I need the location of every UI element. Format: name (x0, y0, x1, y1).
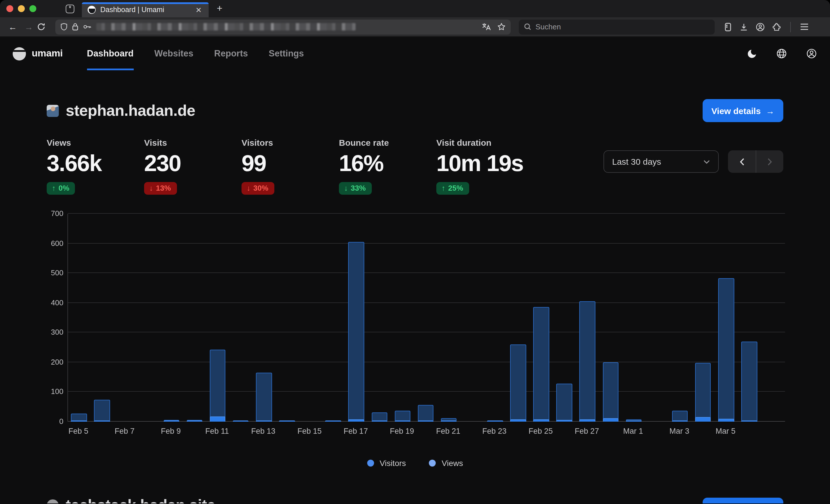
window-controls (6, 5, 36, 12)
y-tick-label: 700 (43, 209, 63, 218)
site-title[interactable]: techstack.hadan.site (66, 497, 215, 503)
visitors-bar (580, 419, 596, 422)
x-tick-label: Feb 23 (482, 427, 507, 435)
nav-settings[interactable]: Settings (268, 37, 304, 70)
arrow-up-icon: ↑ (52, 184, 56, 192)
minimize-window-button[interactable] (18, 5, 25, 12)
views-bar (695, 363, 711, 422)
x-tick-label: Mar 1 (623, 427, 643, 435)
visitors-bar (626, 421, 641, 422)
change-badge: ↓13% (144, 182, 177, 195)
date-pager (728, 150, 783, 173)
extensions-puzzle-icon[interactable] (772, 22, 781, 31)
dashboard-content: stephan.hadan.de View details → Views 3.… (0, 99, 830, 468)
bookmark-star-icon[interactable] (497, 23, 506, 31)
shield-icon[interactable] (60, 23, 68, 31)
browser-toolbar: ← → Suchen (0, 17, 830, 37)
visitors-bar (372, 421, 387, 422)
legend-visitors[interactable]: Visitors (367, 459, 406, 468)
download-icon[interactable] (739, 22, 748, 31)
view-details-button[interactable]: View details → (703, 498, 783, 503)
date-range-select[interactable]: Last 30 days (604, 150, 719, 173)
search-placeholder: Suchen (536, 23, 561, 31)
legend-dot-icon (367, 460, 374, 467)
close-window-button[interactable] (6, 5, 13, 12)
metric-visitors: Visitors 99 ↓30% (242, 138, 339, 195)
change-badge: ↓30% (242, 182, 274, 195)
lock-icon[interactable] (71, 23, 79, 31)
next-website-header: techstack.hadan.site (47, 497, 215, 503)
app-header: umami Dashboard Websites Reports Setting… (0, 37, 830, 70)
gridline (68, 362, 785, 362)
y-tick-label: 400 (43, 298, 63, 307)
visitors-bar (718, 419, 734, 422)
toolbar-separator (790, 22, 791, 32)
arrow-down-icon: ↓ (344, 184, 348, 192)
prev-period-button[interactable] (728, 150, 756, 173)
forward-button[interactable]: → (21, 22, 37, 32)
views-bar (672, 411, 688, 422)
visitors-bar (487, 421, 503, 422)
zoom-window-button[interactable] (29, 5, 36, 12)
x-tick-label: Feb 15 (297, 427, 322, 435)
x-tick-label: Feb 5 (68, 427, 88, 435)
x-tick-label: Feb 21 (436, 427, 460, 435)
visitors-bar (394, 421, 410, 422)
chart-legend: Visitors Views (47, 459, 783, 468)
account-icon[interactable] (756, 22, 765, 31)
arrow-down-icon: ↓ (149, 184, 153, 192)
back-button[interactable]: ← (5, 22, 21, 32)
y-tick-label: 100 (43, 388, 63, 396)
key-icon[interactable] (83, 23, 92, 31)
view-details-button[interactable]: View details → (703, 99, 783, 122)
nav-websites[interactable]: Websites (155, 37, 194, 70)
translate-icon[interactable] (481, 23, 491, 31)
change-badge: ↑0% (47, 182, 75, 195)
views-bar (394, 411, 410, 422)
visitors-bar (163, 421, 179, 422)
legend-views[interactable]: Views (429, 459, 463, 468)
reload-button[interactable] (37, 23, 52, 31)
gridline (68, 272, 785, 273)
metric-visits: Visits 230 ↓13% (144, 138, 242, 195)
theme-moon-icon[interactable] (746, 48, 757, 59)
x-tick-label: Feb 9 (161, 427, 181, 435)
menu-icon[interactable] (800, 23, 809, 31)
active-tab[interactable]: Dashboard | Umami ✕ (82, 2, 209, 17)
next-period-button[interactable] (756, 150, 783, 173)
visitors-bar (556, 420, 572, 422)
profile-icon[interactable] (806, 48, 817, 59)
visitors-bar (94, 421, 110, 422)
y-tick-label: 300 (43, 328, 63, 337)
traffic-chart: 0100200300400500600700 Feb 5Feb 7Feb 9Fe… (47, 214, 783, 468)
nav-reports[interactable]: Reports (214, 37, 248, 70)
site-title[interactable]: stephan.hadan.de (66, 102, 195, 120)
change-badge: ↓33% (339, 182, 372, 195)
website-header: stephan.hadan.de View details → (47, 99, 783, 122)
new-tab-button[interactable]: + (217, 3, 222, 14)
views-bar (348, 242, 364, 422)
firefox-view-icon[interactable] (65, 4, 75, 13)
site-favicon (47, 105, 59, 116)
visitors-bar (441, 421, 457, 422)
arrow-right-icon: → (766, 106, 775, 115)
visitors-bar (672, 421, 688, 422)
views-bar (256, 373, 272, 422)
views-bar (556, 383, 572, 422)
chart-x-axis: Feb 5Feb 7Feb 9Feb 11Feb 13Feb 15Feb 17F… (67, 427, 785, 438)
visitors-bar (256, 421, 272, 422)
nav-dashboard[interactable]: Dashboard (87, 37, 134, 70)
umami-app: umami Dashboard Websites Reports Setting… (0, 37, 830, 503)
url-bar[interactable] (55, 19, 511, 34)
tab-bar: Dashboard | Umami ✕ + (0, 0, 830, 17)
views-bar (534, 307, 549, 422)
site-favicon (47, 499, 59, 503)
password-manager-icon[interactable] (724, 22, 732, 31)
views-bar (210, 349, 226, 422)
visitors-bar (534, 419, 549, 422)
language-globe-icon[interactable] (776, 48, 787, 59)
y-tick-label: 600 (43, 239, 63, 247)
x-tick-label: Mar 3 (669, 427, 689, 435)
search-bar[interactable]: Suchen (519, 19, 715, 34)
tab-close-icon[interactable]: ✕ (194, 5, 203, 15)
